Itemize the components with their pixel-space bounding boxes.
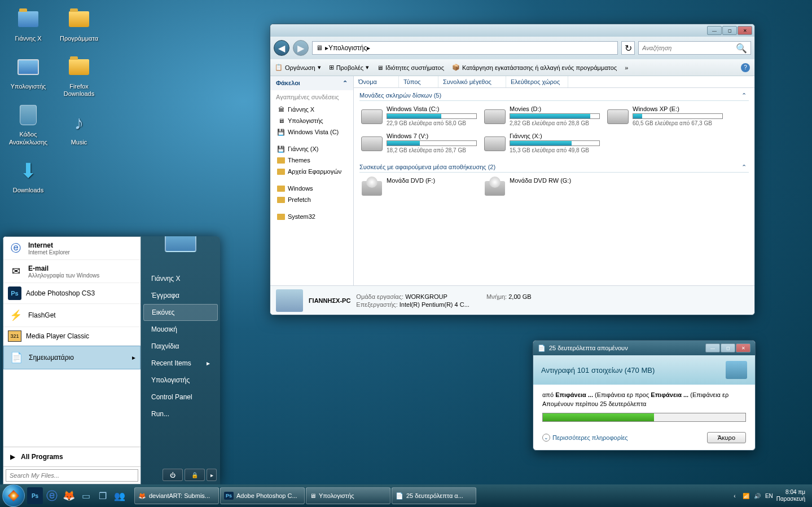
start-right-music[interactable]: Μουσική xyxy=(141,321,220,338)
desktop-icon-recycle-bin[interactable]: Κάδος Ανακύκλωσης xyxy=(6,102,51,146)
start-item-notepad[interactable]: 📄Σημειωματάριο▸ xyxy=(3,346,141,369)
lock-button[interactable]: 🔒 xyxy=(185,469,205,481)
start-button[interactable] xyxy=(2,484,25,507)
chevron-up-icon[interactable]: ⌃ xyxy=(741,164,747,171)
ql-ie[interactable]: ⓔ xyxy=(44,487,60,504)
sidebar-folder-x[interactable]: 💾Γιάννης (X) xyxy=(270,143,353,155)
nav-back-button[interactable]: ◀ xyxy=(274,40,289,56)
user-link-icon: 🏛 xyxy=(277,105,285,113)
start-item-internet[interactable]: ⓔInternetInternet Explorer xyxy=(3,237,141,260)
maximize-button[interactable]: ◻ xyxy=(722,26,737,35)
start-item-email[interactable]: ✉E-mailΑλληλογραφία των Windows xyxy=(3,260,141,283)
search-input[interactable] xyxy=(642,45,736,51)
dialog-titlebar[interactable]: 📄 25 δευτερόλεπτα απομένουν — ◻ ✕ xyxy=(533,341,755,355)
drive-free-text: 15,3 GB ελεύθερα από 49,8 GB xyxy=(510,147,600,153)
desktop-icon-firefox-downloads[interactable]: Firefox Downloads xyxy=(56,54,102,98)
user-avatar-icon[interactable] xyxy=(165,236,196,252)
sidebar-folder-windows[interactable]: Windows xyxy=(270,183,353,194)
explorer-titlebar[interactable]: — ◻ ✕ xyxy=(270,24,754,37)
removable-drive-item[interactable]: Μονάδα DVD (F:) xyxy=(359,176,478,201)
refresh-button[interactable]: ↻ xyxy=(621,41,635,55)
start-right-user[interactable]: Γιάννης Χ xyxy=(141,270,220,287)
start-item-mpc[interactable]: 321Media Player Classic xyxy=(3,327,141,346)
start-right-computer[interactable]: Υπολογιστής xyxy=(141,372,220,389)
taskbar-task[interactable]: 🖥 Υπολογιστής xyxy=(306,487,390,504)
start-right-games[interactable]: Παιχνίδια xyxy=(141,338,220,355)
language-indicator[interactable]: EN xyxy=(765,493,773,499)
toolbar-sysprops[interactable]: 🖥Ιδιότητες συστήματος xyxy=(377,64,444,71)
group-hard-drives[interactable]: Μονάδες σκληρών δίσκων (5)⌃ xyxy=(359,90,749,101)
task-icon: 🦊 xyxy=(138,492,146,500)
sidebar-fav-c[interactable]: 💾Windows Vista (C) xyxy=(270,126,353,138)
sidebar-folder-system32[interactable]: System32 xyxy=(270,211,353,222)
taskbar-task[interactable]: Ps Adobe Photoshop C... xyxy=(220,487,305,504)
clock[interactable]: 8:04 πμ Παρασκευή xyxy=(776,489,805,502)
drive-item[interactable]: Windows 7 (V:) 18,2 GB ελεύθερα από 28,7… xyxy=(359,131,478,156)
start-search-input[interactable] xyxy=(6,469,138,482)
explorer-nav: ◀ ▶ 🖥 ▸ Υπολογιστής ▸ ↻ 🔍 xyxy=(270,37,754,59)
desktop-icon-programs[interactable]: Προγράμματα xyxy=(56,6,102,42)
tray-expand-icon[interactable]: ‹ xyxy=(730,491,739,500)
more-info-toggle[interactable]: ⌄Περισσότερες πληροφορίες xyxy=(542,434,628,442)
toolbar-uninstall[interactable]: 📦Κατάργηση εγκατάστασης ή αλλαγή ενός πρ… xyxy=(452,64,617,71)
chevron-up-icon[interactable]: ⌃ xyxy=(741,92,747,99)
col-free[interactable]: Ελεύθερος χώρος xyxy=(506,76,568,87)
col-name[interactable]: Όνομα xyxy=(354,76,399,87)
start-right-controlpanel[interactable]: Control Panel xyxy=(141,389,220,405)
start-right-pictures[interactable]: Εικόνες xyxy=(143,304,218,321)
start-right-recent[interactable]: Recent Items▸ xyxy=(141,355,220,372)
maximize-button[interactable]: ◻ xyxy=(721,343,735,352)
shutdown-menu-button[interactable]: ▸ xyxy=(207,469,217,481)
tray-network-icon[interactable]: 📶 xyxy=(741,491,750,500)
disk-icon xyxy=(484,109,506,124)
start-menu: ⓔInternetInternet Explorer ✉E-mailΑλληλο… xyxy=(3,236,220,484)
start-item-photoshop[interactable]: PsAdobe Photoshop CS3 xyxy=(3,283,141,304)
desktop-icon-downloads[interactable]: ⬇Downloads xyxy=(6,157,51,194)
sidebar-fav-computer[interactable]: 🖥Υπολογιστής xyxy=(270,115,353,126)
ql-photoshop[interactable]: Ps xyxy=(27,487,43,504)
column-headers: Όνομα Τύπος Συνολικό μέγεθος Ελεύθερος χ… xyxy=(354,76,754,88)
system-tray: ‹ 📶 🔊 EN 8:04 πμ Παρασκευή xyxy=(726,489,810,502)
power-button[interactable]: ⏻ xyxy=(163,469,183,481)
taskbar-task[interactable]: 📄 25 δευτερόλεπτα α... xyxy=(392,487,476,504)
search-icon[interactable]: 🔍 xyxy=(736,43,747,54)
drive-item[interactable]: Movies (D:) 2,82 GB ελεύθερα από 28,8 GB xyxy=(482,104,601,129)
minimize-button[interactable]: — xyxy=(705,343,720,352)
toolbar-views[interactable]: ⊞Προβολές ▾ xyxy=(329,64,369,71)
close-button[interactable]: ✕ xyxy=(738,26,752,35)
ql-switch-windows[interactable]: ❐ xyxy=(95,487,111,504)
sidebar-fav-user[interactable]: 🏛Γιάννης Χ xyxy=(270,104,353,115)
start-item-flashget[interactable]: ⚡FlashGet xyxy=(3,304,141,327)
start-right-run[interactable]: Run... xyxy=(141,405,220,422)
drive-item[interactable]: Γιάννης (X:) 15,3 GB ελεύθερα από 49,8 G… xyxy=(482,131,601,156)
minimize-button[interactable]: — xyxy=(707,26,722,35)
cancel-button[interactable]: Άκυρο xyxy=(707,432,746,443)
sidebar-folders-header[interactable]: Φάκελοι⌃ xyxy=(270,76,353,90)
all-programs-button[interactable]: ▶All Programs xyxy=(3,447,141,466)
nav-forward-button[interactable]: ▶ xyxy=(293,40,309,56)
col-type[interactable]: Τύπος xyxy=(399,76,438,87)
sidebar-folder-themes[interactable]: Themes xyxy=(270,155,353,166)
start-right-documents[interactable]: Έγγραφα xyxy=(141,287,220,304)
close-button[interactable]: ✕ xyxy=(736,343,750,352)
tray-volume-icon[interactable]: 🔊 xyxy=(753,491,762,500)
sidebar-favorites-title: Αγαπημένες συνδέσεις xyxy=(270,90,353,104)
drive-item[interactable]: Windows Vista (C:) 22,9 GB ελεύθερα από … xyxy=(359,104,478,129)
toolbar-overflow[interactable]: » xyxy=(625,64,628,71)
taskbar-task[interactable]: 🦊 deviantART: Submis... xyxy=(134,487,219,504)
desktop-icon-user[interactable]: Γιάννης Χ xyxy=(6,6,51,42)
removable-drive-item[interactable]: Μονάδα DVD RW (G:) xyxy=(482,176,601,201)
breadcrumb[interactable]: 🖥 ▸ Υπολογιστής ▸ xyxy=(312,41,618,55)
drive-item[interactable]: Windows XP (E:) 60,5 GB ελεύθερα από 67,… xyxy=(605,104,724,129)
desktop-icon-computer[interactable]: Υπολογιστής xyxy=(6,54,51,90)
sidebar-folder-appfiles[interactable]: Αρχεία Εφαρμογών xyxy=(270,166,353,177)
help-button[interactable]: ? xyxy=(741,63,750,72)
desktop-icon-music[interactable]: ♪Music xyxy=(56,109,102,146)
col-total[interactable]: Συνολικό μέγεθος xyxy=(438,76,506,87)
ql-firefox[interactable]: 🦊 xyxy=(61,487,77,504)
ql-show-desktop[interactable]: ▭ xyxy=(78,487,94,504)
toolbar-organize[interactable]: 📋Οργάνωση ▾ xyxy=(275,64,321,71)
sidebar-folder-prefetch[interactable]: Prefetch xyxy=(270,194,353,205)
group-removable[interactable]: Συσκευές με αφαιρούμενα μέσα αποθήκευσης… xyxy=(359,162,749,173)
ql-messenger[interactable]: 👥 xyxy=(112,487,128,504)
